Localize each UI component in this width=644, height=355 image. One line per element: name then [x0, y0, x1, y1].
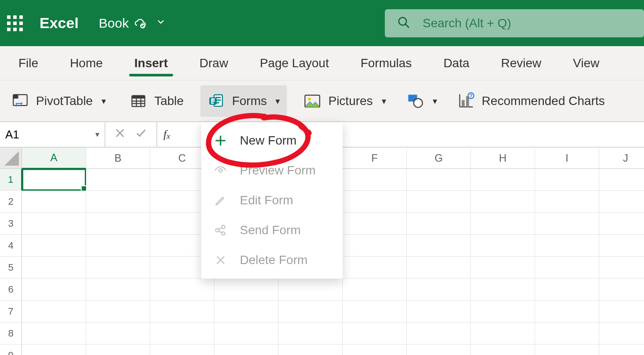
cell[interactable] — [86, 301, 150, 322]
cell[interactable] — [22, 235, 86, 257]
cell[interactable] — [150, 279, 214, 301]
cell[interactable] — [599, 322, 644, 344]
search-input[interactable] — [423, 16, 632, 30]
cell[interactable] — [86, 344, 150, 355]
tab-file[interactable]: File — [3, 46, 54, 80]
cell[interactable] — [22, 213, 86, 235]
cell[interactable] — [407, 257, 471, 279]
cell[interactable] — [471, 344, 535, 355]
cell[interactable] — [407, 235, 471, 257]
recommended-charts-button[interactable]: ? Recommended Charts — [450, 85, 612, 117]
row-header[interactable]: 2 — [0, 191, 22, 213]
cell[interactable] — [535, 301, 599, 322]
cell[interactable] — [471, 279, 535, 301]
cell[interactable] — [343, 322, 407, 344]
cell[interactable] — [535, 344, 599, 355]
column-header[interactable]: G — [407, 148, 471, 169]
cell[interactable] — [343, 344, 407, 355]
column-header[interactable]: B — [86, 148, 150, 169]
column-header[interactable]: F — [343, 148, 407, 169]
cell[interactable] — [599, 169, 644, 191]
cell[interactable] — [279, 279, 343, 301]
column-header[interactable]: H — [471, 148, 535, 169]
cell[interactable] — [150, 322, 214, 344]
forms-button[interactable]: F Forms ▾ — [200, 85, 287, 117]
cell[interactable] — [471, 169, 535, 191]
document-name[interactable]: Book — [99, 16, 129, 31]
cell[interactable] — [343, 279, 407, 301]
row-header[interactable]: 1 — [0, 169, 22, 191]
column-header[interactable]: I — [535, 148, 599, 169]
cell[interactable] — [22, 191, 86, 213]
cell[interactable] — [86, 213, 150, 235]
tab-review[interactable]: Review — [485, 46, 557, 80]
cell[interactable] — [22, 257, 86, 279]
title-dropdown-chevron-icon[interactable] — [152, 15, 169, 31]
column-header[interactable]: A — [22, 148, 86, 169]
cell[interactable] — [599, 213, 644, 235]
cell[interactable] — [214, 279, 279, 301]
cell[interactable] — [343, 301, 407, 322]
cell[interactable] — [535, 257, 599, 279]
cell[interactable] — [86, 279, 150, 301]
cell[interactable] — [22, 322, 86, 344]
row-header[interactable]: 6 — [0, 279, 22, 301]
cell[interactable] — [407, 191, 471, 213]
tab-page-layout[interactable]: Page Layout — [244, 46, 344, 80]
row-header[interactable]: 7 — [0, 301, 22, 322]
cell[interactable] — [22, 279, 86, 301]
cell[interactable] — [471, 322, 535, 344]
cell[interactable] — [86, 322, 150, 344]
cell[interactable] — [343, 191, 407, 213]
cell[interactable] — [343, 213, 407, 235]
cell[interactable] — [279, 344, 343, 355]
cell[interactable] — [471, 301, 535, 322]
chevron-down-icon[interactable]: ▾ — [95, 130, 99, 139]
cell[interactable] — [407, 213, 471, 235]
cell[interactable] — [535, 279, 599, 301]
cell[interactable] — [279, 301, 343, 322]
select-all-corner[interactable] — [0, 148, 22, 169]
cell[interactable] — [86, 235, 150, 257]
name-box[interactable]: A1 ▾ — [0, 122, 105, 147]
cell[interactable] — [407, 301, 471, 322]
tab-home[interactable]: Home — [54, 46, 119, 80]
menu-item-new-form[interactable]: New Form — [201, 126, 343, 156]
cell[interactable] — [86, 257, 150, 279]
enter-formula-icon[interactable] — [134, 127, 148, 142]
cell[interactable] — [535, 191, 599, 213]
row-header[interactable]: 9 — [0, 344, 22, 355]
cell[interactable] — [535, 169, 599, 191]
cell[interactable] — [407, 322, 471, 344]
cell[interactable] — [599, 279, 644, 301]
cell[interactable] — [599, 301, 644, 322]
row-header[interactable]: 8 — [0, 322, 22, 344]
cell[interactable] — [407, 344, 471, 355]
cell[interactable] — [599, 344, 644, 355]
pictures-button[interactable]: Pictures ▾ — [297, 85, 393, 117]
cell[interactable] — [343, 169, 407, 191]
row-header[interactable]: 5 — [0, 257, 22, 279]
row-header[interactable]: 4 — [0, 235, 22, 257]
cell[interactable] — [343, 235, 407, 257]
cell[interactable] — [535, 213, 599, 235]
cell[interactable] — [279, 322, 343, 344]
cell[interactable] — [599, 191, 644, 213]
cell[interactable] — [599, 235, 644, 257]
cell[interactable] — [150, 301, 214, 322]
cell[interactable] — [214, 322, 279, 344]
cell[interactable] — [535, 235, 599, 257]
cell[interactable] — [22, 169, 86, 191]
fx-label[interactable]: fx — [157, 122, 176, 147]
app-launcher-icon[interactable] — [5, 14, 25, 33]
tab-data[interactable]: Data — [427, 46, 485, 80]
cell[interactable] — [599, 257, 644, 279]
cell[interactable] — [471, 213, 535, 235]
cell[interactable] — [22, 344, 86, 355]
cell[interactable] — [86, 191, 150, 213]
cell[interactable] — [22, 301, 86, 322]
row-header[interactable]: 3 — [0, 213, 22, 235]
tab-insert[interactable]: Insert — [119, 46, 184, 80]
cell[interactable] — [407, 279, 471, 301]
cell[interactable] — [86, 169, 150, 191]
